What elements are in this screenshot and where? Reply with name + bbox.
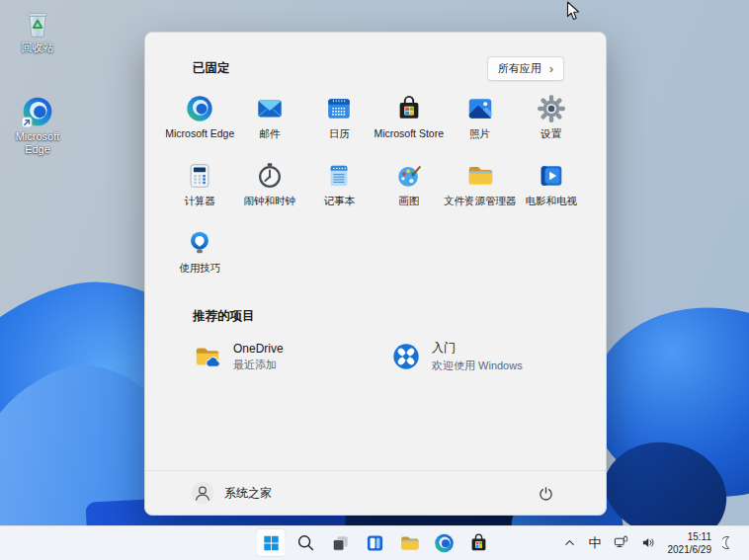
pinned-app-label: 计算器 — [184, 195, 215, 208]
pinned-app-label: Microsoft Store — [374, 127, 444, 139]
pinned-app-label: 照片 — [469, 127, 490, 141]
mouse-cursor — [566, 1, 580, 25]
system-tray: 中 15:11 2021/6/29 — [556, 528, 745, 557]
notepad-icon — [324, 161, 354, 191]
tips-icon — [185, 228, 214, 258]
taskbar-widgets-button[interactable] — [360, 528, 390, 557]
pinned-app-calculator[interactable]: 计算器 — [165, 158, 234, 225]
task-view-icon — [329, 532, 351, 554]
notification-center-button[interactable] — [717, 529, 744, 556]
calculator-icon — [185, 161, 214, 191]
volume-button[interactable] — [635, 529, 662, 556]
chevron-up-icon — [561, 534, 578, 551]
settings-icon — [537, 94, 566, 123]
pinned-app-clock[interactable]: 闹钟和时钟 — [234, 158, 303, 225]
network-button[interactable] — [608, 529, 634, 556]
calendar-icon — [324, 94, 354, 123]
taskbar-edge-button[interactable] — [429, 528, 459, 557]
recommended-item-title: OneDrive — [233, 342, 284, 356]
clock-time: 15:11 — [668, 530, 712, 543]
recommended-item-get-started[interactable]: 入门欢迎使用 Windows — [387, 333, 586, 380]
taskbar-start-button[interactable] — [256, 528, 287, 557]
taskbar-search-button[interactable] — [291, 528, 321, 557]
desktop-icon-label: 回收站 — [22, 41, 54, 54]
photos-icon — [465, 94, 495, 123]
edge-icon — [433, 532, 455, 554]
pinned-app-store[interactable]: Microsoft Store — [374, 91, 444, 158]
chevron-right-icon: › — [549, 62, 553, 75]
pinned-app-label: 电影和电视 — [526, 195, 578, 208]
recommended-item-subtitle: 最近添加 — [233, 358, 284, 372]
pinned-app-edge[interactable]: Microsoft Edge — [165, 91, 234, 158]
mail-icon — [255, 94, 285, 123]
pinned-app-notepad[interactable]: 记事本 — [304, 158, 374, 225]
pinned-app-label: 使用技巧 — [179, 262, 220, 276]
edge-icon — [21, 95, 54, 128]
all-apps-button[interactable]: 所有应用 › — [487, 56, 564, 81]
start-menu-footer: 系统之家 — [145, 470, 606, 515]
taskbar-store-button[interactable] — [463, 528, 494, 557]
pinned-app-movies[interactable]: 电影和电视 — [517, 158, 586, 225]
user-profile-button[interactable]: 系统之家 — [191, 481, 272, 505]
onedrive-icon — [193, 342, 222, 371]
store-icon — [467, 532, 489, 554]
pinned-app-mail[interactable]: 邮件 — [234, 91, 303, 158]
search-icon — [294, 532, 316, 554]
recommended-item-onedrive[interactable]: OneDrive最近添加 — [189, 333, 387, 380]
ime-indicator[interactable]: 中 — [584, 529, 607, 556]
speaker-icon — [640, 534, 657, 551]
pinned-header-row: 已固定 所有应用 › — [145, 33, 606, 85]
recycle-bin-icon — [21, 6, 54, 40]
pinned-app-label: Microsoft Edge — [165, 127, 234, 139]
recommended-item-text: OneDrive最近添加 — [233, 342, 284, 372]
desktop: 回收站 Microsoft Edge 已固定 所有应用 › Microsoft … — [0, 0, 749, 560]
pinned-section-title: 已固定 — [193, 60, 230, 77]
pinned-app-label: 设置 — [541, 127, 561, 141]
win-icon — [260, 532, 282, 554]
user-name: 系统之家 — [224, 485, 272, 502]
clock[interactable]: 15:11 2021/6/29 — [663, 530, 717, 556]
explorer-icon — [398, 532, 420, 554]
pinned-app-label: 邮件 — [259, 127, 280, 141]
all-apps-label: 所有应用 — [498, 61, 541, 76]
pinned-app-label: 日历 — [329, 127, 350, 141]
recommended-item-subtitle: 欢迎使用 Windows — [432, 359, 523, 373]
pinned-apps-grid: Microsoft Edge 邮件 日历 Microsoft Store 照片设… — [145, 85, 606, 292]
recommended-item-title: 入门 — [432, 340, 523, 357]
movies-icon — [537, 161, 566, 191]
store-icon — [394, 94, 424, 123]
pinned-app-label: 文件资源管理器 — [444, 195, 517, 208]
moon-icon — [722, 534, 739, 551]
network-icon — [613, 534, 629, 551]
desktop-icon-recycle-bin[interactable]: 回收站 — [5, 6, 70, 54]
power-icon — [537, 484, 555, 503]
explorer-icon — [465, 161, 495, 191]
recommended-list: OneDrive最近添加 入门欢迎使用 Windows — [145, 327, 606, 380]
power-button[interactable] — [531, 478, 560, 508]
paint-icon — [394, 161, 424, 191]
desktop-icon-label: Microsoft Edge — [5, 130, 70, 156]
pinned-app-tips[interactable]: 使用技巧 — [165, 225, 234, 292]
get-started-icon — [391, 342, 421, 371]
start-menu: 已固定 所有应用 › Microsoft Edge 邮件 日历 Microsof… — [144, 32, 607, 516]
hidden-icons-button[interactable] — [556, 529, 583, 556]
recommended-item-text: 入门欢迎使用 Windows — [432, 340, 523, 373]
recommended-section-title: 推荐的项目 — [145, 292, 606, 327]
pinned-app-label: 记事本 — [323, 195, 355, 208]
pinned-app-explorer[interactable]: 文件资源管理器 — [444, 158, 517, 225]
clock-date: 2021/6/29 — [668, 543, 712, 556]
widgets-icon — [364, 532, 385, 554]
clock-icon — [255, 161, 285, 191]
pinned-app-label: 闹钟和时钟 — [243, 195, 295, 208]
user-avatar-icon — [191, 481, 214, 505]
taskbar-center-buttons — [256, 528, 494, 557]
pinned-app-paint[interactable]: 画图 — [374, 158, 444, 225]
pinned-app-photos[interactable]: 照片 — [444, 91, 517, 158]
pinned-app-settings[interactable]: 设置 — [517, 91, 586, 158]
taskbar: 中 15:11 2021/6/29 — [0, 525, 749, 560]
taskbar-file-explorer-button[interactable] — [394, 528, 425, 557]
pinned-app-calendar[interactable]: 日历 — [304, 91, 374, 158]
taskbar-task-view-button[interactable] — [325, 528, 356, 557]
desktop-icon-microsoft-edge[interactable]: Microsoft Edge — [5, 95, 70, 156]
pinned-app-label: 画图 — [398, 195, 419, 208]
